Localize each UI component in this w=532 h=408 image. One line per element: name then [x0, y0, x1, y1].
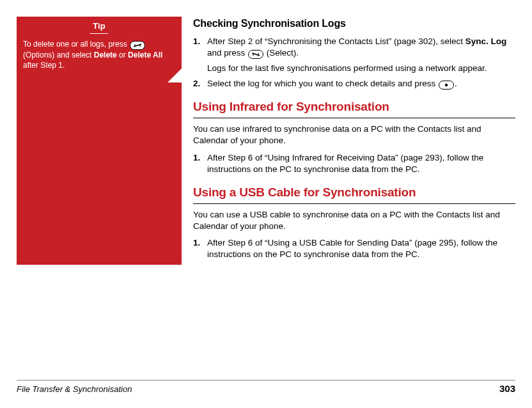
tip-body: To delete one or all logs, press (Option…: [17, 35, 182, 82]
usb-step-1: 1. After Step 6 of “Using a USB Cable fo…: [193, 237, 515, 260]
heading-usb: Using a USB Cable for Synchronisation: [193, 184, 515, 201]
page-footer: File Transfer & Synchronisation 303: [17, 380, 515, 394]
options-key-icon: [130, 41, 145, 50]
checking-step-1: 1. After Step 2 of “Synchronising the Co…: [193, 36, 515, 75]
center-key-icon: [439, 81, 454, 90]
infrared-para: You can use infrared to synchronise data…: [193, 123, 515, 146]
step1-sub: Logs for the last five synchronisations …: [207, 63, 515, 74]
heading-checking-logs: Checking Synchronisation Logs: [193, 17, 515, 31]
tip-title: Tip: [90, 20, 107, 34]
tip-bold-delete: Delete: [94, 51, 117, 59]
main-column: Checking Synchronisation Logs 1. After S…: [193, 17, 515, 265]
checking-steps: 1. After Step 2 of “Synchronising the Co…: [193, 36, 515, 90]
step-number: 1.: [193, 36, 207, 75]
step1-text-b: and press: [207, 48, 247, 58]
heading-infrared: Using Infrared for Synchronisation: [193, 98, 515, 115]
svg-point-6: [445, 84, 448, 86]
tip-text-4: after Step 1.: [23, 61, 65, 70]
tip-text-3: or: [117, 51, 128, 59]
footer-section-title: File Transfer & Synchronisation: [17, 384, 132, 394]
tip-bold-delete-all: Delete All: [128, 51, 162, 59]
step1-bold-synclog: Sync. Log: [465, 36, 507, 46]
rule: [193, 203, 515, 204]
rule: [193, 118, 515, 118]
infrared-step-1: 1. After Step 6 of “Using Infrared for R…: [193, 152, 515, 175]
step-number: 1.: [193, 237, 207, 260]
content-row: Tip To delete one or all logs, press (Op…: [17, 17, 515, 265]
step-body: After Step 6 of “Using a USB Cable for S…: [207, 237, 515, 260]
tip-text-2: (Options) and select: [23, 51, 94, 59]
checking-step-2: 2. Select the log for which you want to …: [193, 78, 515, 90]
step2-text-b: .: [455, 79, 457, 88]
infrared-steps: 1. After Step 6 of “Using Infrared for R…: [193, 152, 515, 175]
page: Tip To delete one or all logs, press (Op…: [0, 0, 532, 408]
select-key-icon: [248, 50, 263, 59]
tip-title-wrap: Tip: [17, 17, 182, 35]
step1-text-c: (Select).: [264, 48, 299, 58]
step-body: After Step 2 of “Synchronising the Conta…: [207, 36, 515, 75]
usb-steps: 1. After Step 6 of “Using a USB Cable fo…: [193, 237, 515, 260]
step1-text-a: After Step 2 of “Synchronising the Conta…: [207, 36, 465, 46]
step-body: After Step 6 of “Using Infrared for Rece…: [207, 152, 515, 175]
step-number: 1.: [193, 152, 207, 175]
footer-page-number: 303: [499, 383, 515, 394]
tip-box: Tip To delete one or all logs, press (Op…: [17, 17, 182, 265]
usb-para: You can use a USB cable to synchronise d…: [193, 209, 515, 232]
step-number: 2.: [193, 78, 207, 90]
step-body: Select the log for which you want to che…: [207, 78, 515, 90]
tip-corner-cut: [168, 68, 182, 82]
tip-text-1: To delete one or all logs, press: [23, 40, 129, 49]
step2-text-a: Select the log for which you want to che…: [207, 79, 438, 88]
